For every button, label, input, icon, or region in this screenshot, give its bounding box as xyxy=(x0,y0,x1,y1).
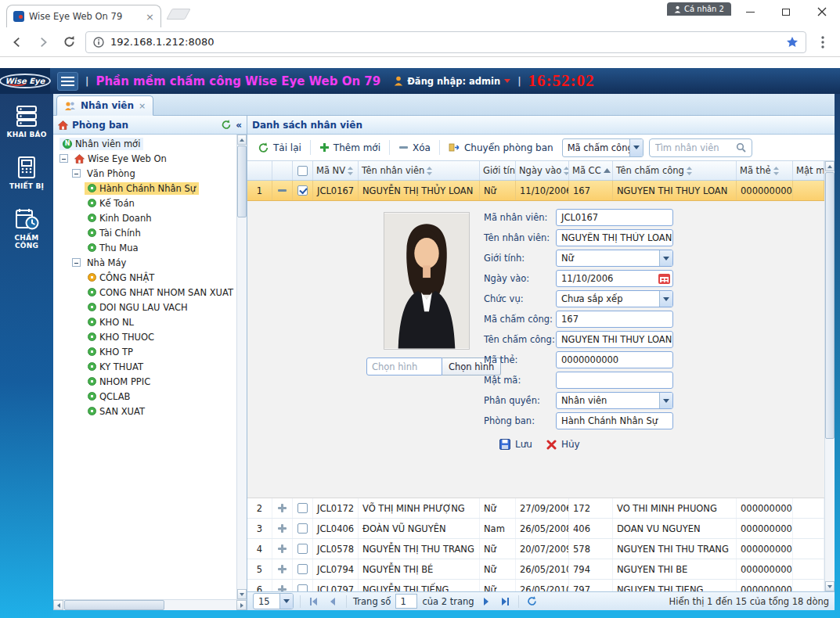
expand-row-icon[interactable] xyxy=(277,564,287,574)
tab-close-icon[interactable]: × xyxy=(139,101,146,111)
scroll-down-icon[interactable] xyxy=(237,589,247,599)
tree-node[interactable]: Wise Eye Web On xyxy=(71,153,170,165)
page-size-combo[interactable]: 15 xyxy=(253,593,294,609)
row-checkbox[interactable] xyxy=(297,584,308,591)
row-checkbox-cell[interactable] xyxy=(293,539,313,559)
row-expand-cell[interactable] xyxy=(272,559,293,579)
tree-item[interactable]: DOI NGU LAU VACH xyxy=(53,300,236,314)
address-bar[interactable]: 192.168.1.212:8080 xyxy=(85,31,806,53)
tree-node[interactable]: Hành Chánh Nhân Sự xyxy=(85,182,199,195)
photo-filename-input[interactable]: Chọn hình xyxy=(366,358,442,375)
tree-expander-icon[interactable] xyxy=(59,154,68,163)
new-tab-button[interactable] xyxy=(166,9,190,20)
tree-item[interactable]: Văn Phòng xyxy=(53,166,236,181)
tree-item[interactable]: Wise Eye Web On xyxy=(53,151,236,166)
transfer-department-button[interactable]: Chuyển phòng ban xyxy=(445,140,557,156)
expand-row-icon[interactable] xyxy=(277,584,287,591)
first-page-button[interactable] xyxy=(307,595,321,609)
tree-item[interactable]: Kinh Doanh xyxy=(53,210,236,225)
row-checkbox[interactable] xyxy=(297,185,308,196)
row-checkbox[interactable] xyxy=(297,503,308,513)
sidebar-item-3[interactable]: CHẤM CÔNG xyxy=(2,203,51,253)
table-row[interactable]: 1JCL0167NGUYỄN THỊ THỦY LOANNữ11/10/2006… xyxy=(247,181,824,201)
field-input[interactable]: Nữ xyxy=(556,250,673,267)
scroll-up-icon[interactable] xyxy=(825,161,835,171)
column-header[interactable]: Tên nhân viên xyxy=(359,161,480,180)
tree-item[interactable]: CONG NHAT NHOM SAN XUAT xyxy=(53,285,236,300)
tab-nhan-vien[interactable]: Nhân viên × xyxy=(56,95,153,116)
field-input[interactable]: 11/10/2006 xyxy=(556,270,673,287)
tree-item[interactable]: Thu Mua xyxy=(53,240,236,255)
chevron-down-icon[interactable] xyxy=(629,139,643,156)
field-input[interactable] xyxy=(556,372,673,389)
sidebar-item-1[interactable]: KHAI BÁO xyxy=(2,100,51,142)
row-checkbox-cell[interactable] xyxy=(293,580,313,591)
tree-node[interactable]: Thu Mua xyxy=(85,242,142,254)
column-header[interactable]: Ngày vào xyxy=(516,161,569,180)
page-number-input[interactable]: 1 xyxy=(395,594,417,609)
tree-expander-icon[interactable] xyxy=(72,258,81,267)
table-row[interactable]: 3JCL0406ĐOÀN VŨ NGUYÊNNam26/05/2008406DO… xyxy=(247,519,824,539)
tree-node[interactable]: CONG NHAT NHOM SAN XUAT xyxy=(85,286,236,299)
table-row[interactable]: 4JCL0578NGUYỄN THỊ THU TRANGNữ20/07/2009… xyxy=(247,539,824,559)
grid-vertical-scrollbar[interactable] xyxy=(824,161,835,591)
column-header[interactable]: Mật mã xyxy=(793,161,824,180)
search-field-combo[interactable]: Mã chấm công xyxy=(562,138,644,157)
tree-item[interactable]: KHO NL xyxy=(53,314,236,329)
tree-node[interactable]: Văn Phòng xyxy=(84,167,139,180)
row-checkbox[interactable] xyxy=(297,523,308,534)
forward-button[interactable] xyxy=(34,33,52,52)
tree-node[interactable]: NNhân viên mới xyxy=(59,138,143,150)
table-row[interactable]: 2JCL0172VÕ THỊ MINH PHƯỢNGNữ27/09/200617… xyxy=(247,498,824,519)
column-header[interactable]: Mã thẻ xyxy=(737,161,793,180)
tree-item[interactable]: KY THUAT xyxy=(53,359,236,374)
close-button[interactable] xyxy=(804,0,840,23)
column-header[interactable]: Tên chấm công xyxy=(613,161,737,180)
browser-tab[interactable]: Wise Eye Web On 79 × xyxy=(6,5,161,27)
table-row[interactable]: 5JCL0794NGUYỄN THỊ BÉNữ26/05/2010794NGUY… xyxy=(247,559,824,580)
calendar-icon[interactable] xyxy=(658,274,670,284)
tree-expander-icon[interactable] xyxy=(72,169,81,178)
tree-node[interactable]: NHOM PPIC xyxy=(85,375,153,388)
row-checkbox-cell[interactable] xyxy=(293,519,313,538)
bookmark-star-icon[interactable] xyxy=(786,36,799,49)
next-page-button[interactable] xyxy=(479,595,493,609)
tree-item[interactable]: KHO TP xyxy=(53,344,236,359)
url-text[interactable]: 192.168.1.212:8080 xyxy=(110,36,780,48)
search-icon[interactable] xyxy=(736,142,746,153)
minimize-button[interactable] xyxy=(732,0,768,23)
browser-menu-icon[interactable] xyxy=(813,33,832,52)
row-checkbox[interactable] xyxy=(297,544,308,554)
tree-node[interactable]: Kinh Doanh xyxy=(85,212,154,225)
scroll-right-icon[interactable] xyxy=(236,600,247,610)
field-input[interactable]: Hành Chánh Nhân Sự xyxy=(556,412,673,429)
tree-item[interactable]: KHO THUOC xyxy=(53,329,236,344)
login-menu[interactable]: Đăng nhập: admin xyxy=(394,76,510,87)
expand-row-icon[interactable] xyxy=(277,523,287,534)
tree-item[interactable]: Hành Chánh Nhân Sự xyxy=(53,181,236,196)
tree-item[interactable]: NNhân viên mới xyxy=(53,136,236,151)
scroll-thumb[interactable] xyxy=(237,146,247,217)
tree-node[interactable]: CÔNG NHẬT xyxy=(85,271,157,284)
field-input[interactable]: Chưa sắp xếp xyxy=(556,290,673,307)
tab-close-icon[interactable]: × xyxy=(146,12,154,22)
sidebar-item-2[interactable]: THIẾT BỊ xyxy=(2,152,51,194)
tree-item[interactable]: Nhà Máy xyxy=(53,255,236,270)
refresh-page-icon[interactable] xyxy=(525,595,539,609)
scroll-thumb[interactable] xyxy=(825,172,835,439)
row-checkbox-cell[interactable] xyxy=(293,181,313,200)
tree-node[interactable]: DOI NGU LAU VACH xyxy=(85,301,191,314)
tree-item[interactable]: Kế Toán xyxy=(53,196,236,210)
field-input[interactable]: JCL0167 xyxy=(556,209,673,226)
back-button[interactable] xyxy=(8,33,27,52)
expand-row-icon[interactable] xyxy=(277,544,287,554)
expand-row-icon[interactable] xyxy=(277,503,287,513)
select-all-checkbox[interactable] xyxy=(297,166,308,176)
tree-node[interactable]: Kế Toán xyxy=(85,197,138,210)
tree-node[interactable]: Nhà Máy xyxy=(84,257,129,269)
maximize-button[interactable] xyxy=(768,0,804,23)
tree-node[interactable]: KHO NL xyxy=(85,316,137,329)
tree-item[interactable]: QCLAB xyxy=(53,389,236,404)
collapse-row-icon[interactable] xyxy=(277,185,287,196)
tree-item[interactable]: CÔNG NHẬT xyxy=(53,270,236,285)
